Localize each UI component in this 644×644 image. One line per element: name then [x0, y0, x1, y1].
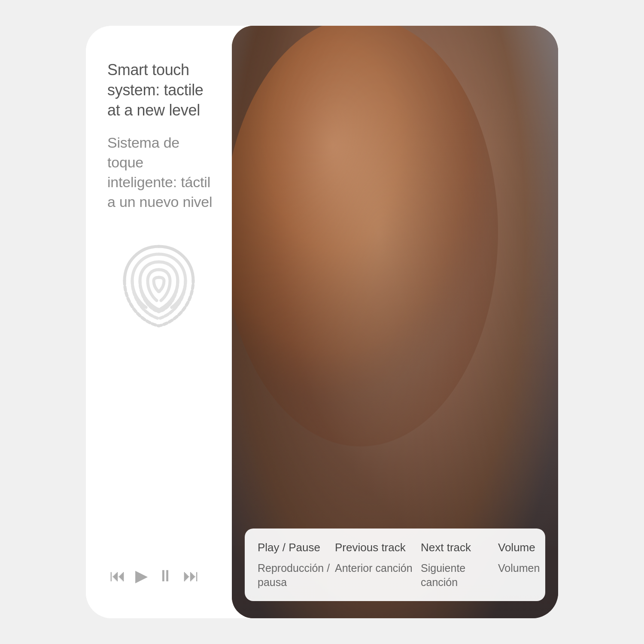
- previous-track-label-en: Previous track: [335, 541, 421, 555]
- info-table: Play / Pause Previous track Next track V…: [245, 529, 545, 601]
- play-icon: ▶: [135, 568, 148, 584]
- main-card: Smart touch system: tactile at a new lev…: [86, 26, 558, 618]
- pause-icon: ⏸: [157, 568, 173, 584]
- rewind-icon: ⏮: [109, 568, 126, 584]
- next-track-label-en: Next track: [421, 541, 498, 555]
- previous-track-label-es: Anterior canción: [335, 561, 421, 575]
- volume-label-es: Volumen: [498, 561, 554, 575]
- left-panel: Smart touch system: tactile at a new lev…: [86, 26, 232, 618]
- play-pause-label-en: Play / Pause: [258, 541, 335, 555]
- right-panel: Play / Pause Previous track Next track V…: [232, 26, 558, 618]
- title-english: Smart touch system: tactile at a new lev…: [107, 60, 215, 120]
- fingerprint-icon: [112, 242, 206, 337]
- volume-label-en: Volume: [498, 541, 554, 555]
- play-pause-label-es: Reproducción / pausa: [258, 561, 335, 589]
- next-track-label-es: Siguiente canción: [421, 561, 498, 589]
- info-row-spanish: Reproducción / pausa Anterior canción Si…: [258, 561, 532, 589]
- title-spanish: Sistema de toque inteligente: táctil a u…: [107, 133, 215, 212]
- forward-icon: ⏭: [183, 568, 199, 584]
- media-controls: ⏮ ▶ ⏸ ⏭: [107, 568, 215, 592]
- info-row-english: Play / Pause Previous track Next track V…: [258, 541, 532, 555]
